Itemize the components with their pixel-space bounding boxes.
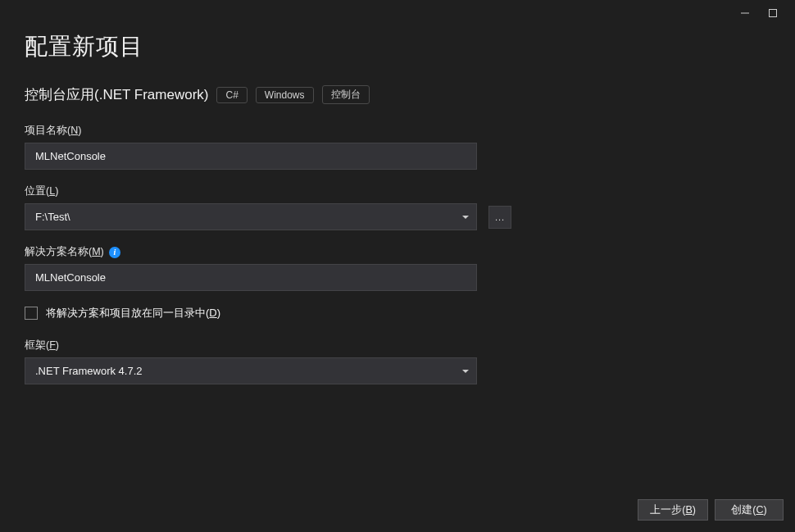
back-button[interactable]: 上一步(B): [638, 499, 708, 521]
template-name: 控制台应用(.NET Framework): [25, 85, 208, 104]
browse-button[interactable]: ...: [488, 206, 511, 229]
framework-label: 框架(F): [25, 339, 770, 352]
tag-platform: Windows: [256, 87, 314, 103]
solution-name-group: 解决方案名称(M) i: [25, 245, 770, 291]
page-title: 配置新项目: [25, 31, 770, 62]
location-group: 位置(L) ...: [25, 184, 770, 230]
location-label: 位置(L): [25, 184, 770, 198]
tag-language: C#: [216, 87, 247, 103]
svg-rect-1: [770, 10, 777, 17]
solution-name-label: 解决方案名称(M) i: [25, 245, 770, 259]
framework-group: 框架(F): [25, 339, 770, 384]
project-name-input[interactable]: [25, 143, 477, 170]
maximize-button[interactable]: [759, 5, 787, 21]
tag-type: 控制台: [322, 85, 370, 104]
solution-name-input[interactable]: [25, 264, 477, 291]
same-directory-label: 将解决方案和项目放在同一目录中(D): [46, 306, 220, 321]
dialog-footer: 上一步(B) 创建(C): [638, 499, 784, 521]
project-name-label: 项目名称(N): [25, 124, 770, 138]
same-directory-row[interactable]: 将解决方案和项目放在同一目录中(D): [25, 306, 770, 321]
info-icon[interactable]: i: [109, 247, 120, 258]
project-name-group: 项目名称(N): [25, 124, 770, 170]
dialog-content: 配置新项目 控制台应用(.NET Framework) C# Windows 控…: [0, 25, 795, 384]
window-titlebar: [0, 0, 795, 25]
minimize-button[interactable]: [731, 5, 759, 21]
subtitle-row: 控制台应用(.NET Framework) C# Windows 控制台: [25, 85, 770, 104]
framework-select[interactable]: [25, 357, 477, 384]
location-input[interactable]: [25, 203, 477, 230]
same-directory-checkbox[interactable]: [25, 307, 38, 320]
create-button[interactable]: 创建(C): [715, 499, 784, 521]
